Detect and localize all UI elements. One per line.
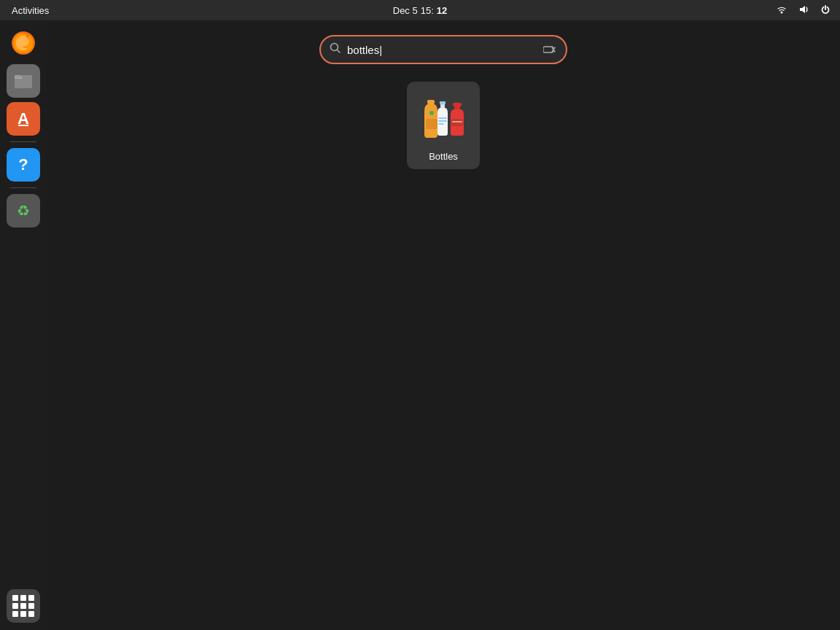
clock-date: Dec 5 bbox=[393, 5, 418, 16]
sidebar: A ? ♻ bbox=[0, 20, 47, 630]
search-bar bbox=[319, 35, 567, 64]
svg-rect-23 bbox=[438, 123, 444, 125]
svg-point-0 bbox=[781, 11, 783, 13]
svg-text:?: ? bbox=[18, 155, 28, 174]
system-tray bbox=[773, 2, 834, 19]
clock: Dec 5 15:12 bbox=[393, 5, 448, 16]
svg-marker-1 bbox=[800, 6, 805, 13]
sidebar-item-appstore[interactable]: A bbox=[7, 102, 40, 136]
bottles-app-icon bbox=[417, 93, 470, 145]
svg-rect-24 bbox=[453, 103, 462, 106]
results-grid: Bottles bbox=[407, 82, 480, 169]
power-icon[interactable] bbox=[817, 2, 834, 19]
app-grid-button[interactable] bbox=[7, 589, 40, 623]
svg-rect-22 bbox=[438, 120, 447, 122]
svg-rect-19 bbox=[440, 101, 446, 104]
grid-dots-icon bbox=[12, 595, 34, 617]
clear-search-button[interactable] bbox=[542, 42, 557, 57]
search-container bbox=[319, 35, 567, 64]
sidebar-item-trash[interactable]: ♻ bbox=[7, 194, 40, 228]
topbar: Activities Dec 5 15:12 bbox=[0, 0, 840, 20]
sidebar-item-help[interactable]: ? bbox=[7, 148, 40, 182]
svg-rect-21 bbox=[438, 117, 447, 119]
svg-rect-20 bbox=[440, 104, 445, 108]
sound-icon[interactable] bbox=[795, 2, 812, 19]
search-input[interactable] bbox=[347, 44, 537, 56]
svg-point-18 bbox=[429, 111, 434, 115]
main-content: Bottles bbox=[47, 20, 840, 630]
clock-time-regular: 15: bbox=[421, 5, 434, 16]
app-tile-bottles[interactable]: Bottles bbox=[407, 82, 480, 169]
svg-rect-25 bbox=[454, 106, 460, 109]
svg-rect-16 bbox=[427, 100, 435, 104]
separator-2 bbox=[10, 187, 36, 188]
svg-rect-27 bbox=[452, 121, 462, 122]
svg-text:♻: ♻ bbox=[17, 203, 30, 219]
app-tile-bottles-label: Bottles bbox=[429, 151, 458, 162]
svg-rect-6 bbox=[15, 75, 20, 78]
clock-time-bold: 12 bbox=[437, 5, 447, 16]
network-icon[interactable] bbox=[773, 2, 790, 19]
search-icon bbox=[330, 42, 341, 57]
activities-button[interactable]: Activities bbox=[6, 4, 55, 18]
svg-line-12 bbox=[338, 50, 341, 53]
svg-rect-17 bbox=[426, 119, 438, 129]
sidebar-item-firefox[interactable] bbox=[7, 26, 40, 60]
separator-1 bbox=[10, 141, 36, 142]
sidebar-item-files[interactable] bbox=[7, 64, 40, 98]
